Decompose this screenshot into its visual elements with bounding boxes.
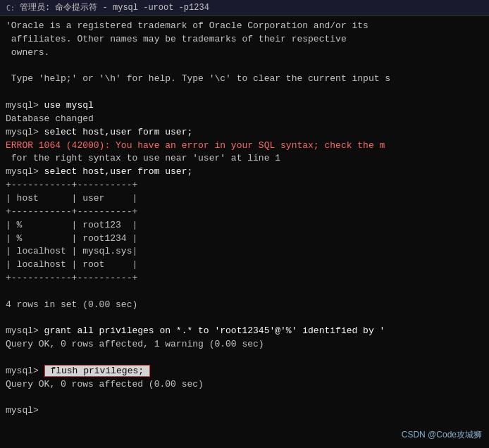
line-oracle2: affiliates. Other names may be trademark… <box>6 33 483 46</box>
empty3 <box>6 285 483 299</box>
cmd-grant: grant all privileges on *.* to 'root1234… <box>44 325 385 336</box>
svg-text:C:\: C:\ <box>6 4 16 12</box>
watermark: CSDN @Code攻城狮 <box>402 429 482 441</box>
line-select-wrong: mysql> select host,user form user; <box>6 126 483 139</box>
prompt2: mysql> <box>6 127 44 137</box>
line-rows: 4 rows in set (0.00 sec) <box>6 299 483 312</box>
line-oracle3: owners. <box>6 46 483 60</box>
table-top: +-----------+----------+ <box>6 179 483 192</box>
empty2 <box>6 86 483 99</box>
table-row-2: | % | root1234 | <box>6 232 483 246</box>
terminal: 'Oracle is a registered trademark of Ora… <box>0 15 489 448</box>
cmd-icon: C:\ <box>6 3 16 13</box>
line-grant: mysql> grant all privileges on *.* to 'r… <box>6 325 483 338</box>
cmd-select-correct: select host,user from user; <box>44 166 193 177</box>
cmd-use-mysql: use mysql <box>44 100 94 111</box>
line-flush-ok: Query OK, 0 rows affected (0.00 sec) <box>6 378 483 392</box>
prompt3: mysql> <box>6 166 44 177</box>
line-error-detail: for the right syntax to use near 'user' … <box>6 152 483 166</box>
line-final-prompt[interactable]: mysql> <box>6 404 483 418</box>
empty1 <box>6 60 483 73</box>
table-row-1: | % | root123 | <box>6 219 483 232</box>
title-bar-label: 管理员: 命令提示符 - mysql -uroot -p1234 <box>20 1 209 13</box>
line-use-mysql: mysql> use mysql <box>6 99 483 113</box>
title-bar: C:\ 管理员: 命令提示符 - mysql -uroot -p1234 <box>0 0 489 15</box>
table-row-3: | localhost | mysql.sys| <box>6 245 483 259</box>
empty5 <box>6 351 483 365</box>
table-header: | host | user | <box>6 192 483 206</box>
prompt4: mysql> <box>6 325 44 336</box>
empty6 <box>6 392 483 405</box>
cmd-flush-highlight: flush privileges; <box>44 365 150 377</box>
line-grant-ok: Query OK, 0 rows affected, 1 warning (0.… <box>6 338 483 351</box>
prompt1: mysql> <box>6 100 44 111</box>
line-error: ERROR 1064 (42000): You have an error in… <box>6 139 483 153</box>
prompt5: mysql> <box>6 366 44 376</box>
table-bottom: +-----------+----------+ <box>6 272 483 285</box>
cmd-select-wrong: select host,user form user; <box>44 127 193 137</box>
empty4 <box>6 312 483 325</box>
prompt6: mysql> <box>6 405 44 416</box>
table-divider: +-----------+----------+ <box>6 206 483 219</box>
line-select-correct: mysql> select host,user from user; <box>6 166 483 179</box>
line-flush: mysql> flush privileges; <box>6 365 483 378</box>
line-help: Type 'help;' or '\h' for help. Type '\c'… <box>6 73 483 86</box>
line-db-changed: Database changed <box>6 113 483 126</box>
line-oracle1: 'Oracle is a registered trademark of Ora… <box>6 20 483 33</box>
table-row-4: | localhost | root | <box>6 259 483 272</box>
